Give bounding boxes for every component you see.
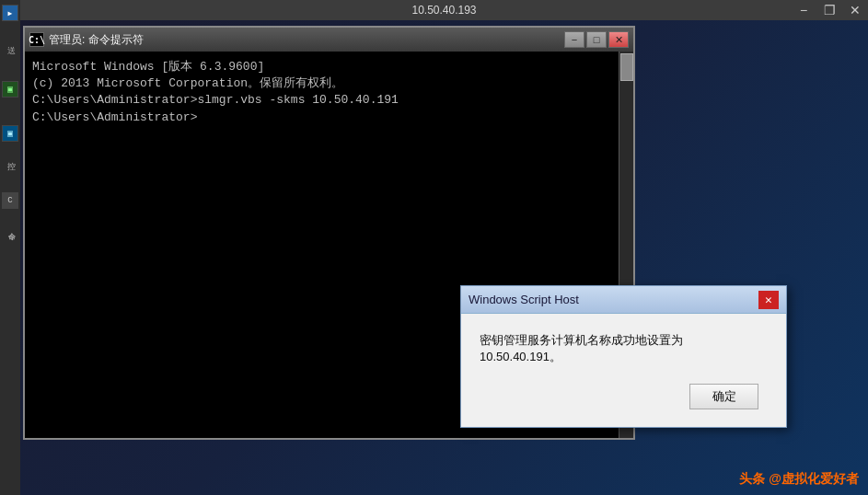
taskbar-label-control: 控: [2, 146, 18, 165]
desktop: ▶ 送 ▣ ▣ 控 C 命令 10.50.40.193 − ❐ ✕ C:\ 管理…: [0, 0, 868, 495]
watermark: 头条 @虚拟化爱好者: [739, 471, 859, 488]
taskbar-left: ▶ 送 ▣ ▣ 控 C 命令: [0, 0, 20, 495]
taskbar-label-cmd: 命令: [2, 213, 18, 241]
cmd-close-btn[interactable]: ✕: [608, 31, 629, 48]
wsh-buttons: 确定: [480, 384, 768, 409]
cmd-line-1: Microsoft Windows [版本 6.3.9600]: [32, 59, 626, 75]
wsh-dialog: Windows Script Host ✕ 密钥管理服务计算机名称成功地设置为 …: [460, 285, 787, 428]
wsh-message: 密钥管理服务计算机名称成功地设置为 10.50.40.191。: [480, 332, 768, 365]
topbar-min-btn[interactable]: −: [791, 0, 816, 20]
wsh-close-btn[interactable]: ✕: [758, 291, 779, 309]
cmd-icon: C:\: [29, 32, 44, 47]
top-bar-controls: − ❐ ✕: [791, 0, 868, 20]
cmd-controls: − □ ✕: [564, 31, 629, 48]
taskbar-icon-3[interactable]: ▣: [2, 81, 18, 98]
taskbar-icon-2: 送: [2, 26, 18, 53]
wsh-ok-btn[interactable]: 确定: [689, 384, 758, 409]
cmd-line-4: C:\Users\Administrator>slmgr.vbs -skms 1…: [32, 92, 626, 109]
taskbar-icon-5[interactable]: C: [2, 192, 18, 209]
cmd-min-btn[interactable]: −: [564, 31, 584, 48]
taskbar-icon-1[interactable]: ▶: [2, 5, 18, 21]
top-bar: 10.50.40.193 − ❐ ✕: [20, 0, 868, 20]
wsh-titlebar[interactable]: Windows Script Host ✕: [461, 286, 786, 314]
topbar-restore-btn[interactable]: ❐: [816, 0, 842, 20]
cmd-max-btn[interactable]: □: [586, 31, 607, 48]
wsh-content: 密钥管理服务计算机名称成功地设置为 10.50.40.191。 确定: [461, 314, 786, 419]
taskbar-icon-4[interactable]: ▣: [2, 125, 18, 142]
cmd-scroll-thumb[interactable]: [620, 53, 633, 81]
cmd-title-text: 管理员: 命令提示符: [49, 32, 144, 48]
topbar-close-btn[interactable]: ✕: [842, 0, 868, 20]
wsh-title-text: Windows Script Host: [469, 293, 579, 306]
cmd-line-6: C:\Users\Administrator>: [32, 109, 626, 126]
cmd-title-left: C:\ 管理员: 命令提示符: [29, 32, 144, 48]
cmd-titlebar[interactable]: C:\ 管理员: 命令提示符 − □ ✕: [25, 28, 633, 52]
top-bar-ip: 10.50.40.193: [411, 4, 476, 17]
cmd-line-2: (c) 2013 Microsoft Corporation。保留所有权利。: [32, 75, 626, 92]
